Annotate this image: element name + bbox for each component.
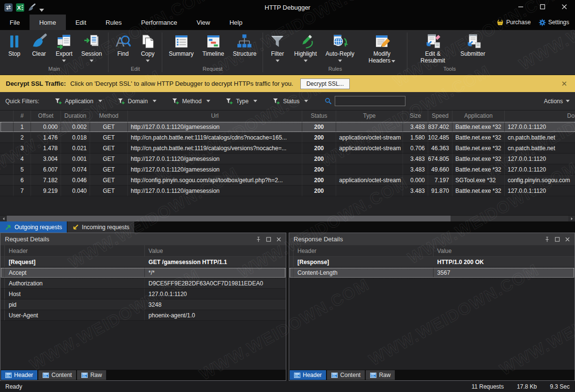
menu-edit[interactable]: Edit <box>66 15 96 30</box>
cell-status: 200 <box>302 164 336 175</box>
clear-button[interactable]: Clear <box>27 32 51 58</box>
column-header-type[interactable]: Type <box>336 110 403 121</box>
value-column[interactable]: Value <box>145 245 286 256</box>
header-row-host[interactable]: Host127.0.0.1:1120 <box>0 289 286 299</box>
request-row-1[interactable]: 10.0000.002GEThttp://127.0.0.1:1120/game… <box>0 122 575 132</box>
header-row-accept[interactable]: Accept*/* <box>0 267 286 278</box>
menu-view[interactable]: View <box>187 15 220 30</box>
modify-headers-button[interactable]: Modify Headers <box>358 32 405 64</box>
filter-application[interactable]: Application <box>55 97 102 105</box>
filter-type[interactable]: Type <box>226 97 257 105</box>
tab-raw[interactable]: Raw <box>366 370 395 380</box>
maximize-button[interactable] <box>531 0 553 15</box>
tab-header[interactable]: Header <box>290 370 326 380</box>
summary-button[interactable]: Summary <box>164 32 198 58</box>
column-header-duration[interactable]: Duration <box>61 110 90 121</box>
menu-rules[interactable]: Rules <box>96 15 131 30</box>
stop-button[interactable]: Stop <box>2 32 27 58</box>
request-row-2[interactable]: 21.4760.018GEThttp://cn.patch.battle.net… <box>0 132 575 143</box>
find-button[interactable]: AFind <box>110 32 135 58</box>
structure-button[interactable]: Structure <box>229 32 261 58</box>
basket-icon <box>497 19 504 26</box>
header-row-user-agent[interactable]: User-Agentphoenix-agent/1.0 <box>0 310 286 321</box>
tab-outgoing-requests[interactable]: Outgoing requests <box>0 221 67 233</box>
submitter-button[interactable]: Submitter <box>456 32 489 58</box>
tab-header[interactable]: Header <box>1 370 37 380</box>
header-row-authorization[interactable]: AuthorizationD9CE5FF9E2B2DF63A0CF7D19811… <box>0 278 286 289</box>
column-header-application[interactable]: Application <box>452 110 505 121</box>
request-row-6[interactable]: 67.1820.046GEThttp://config.pinyin.sogou… <box>0 175 575 186</box>
toolbar-chevron-icon[interactable] <box>39 5 44 9</box>
header-column[interactable]: Header <box>5 245 145 256</box>
filter-status[interactable]: Status <box>273 97 308 105</box>
column-header-icon[interactable] <box>0 110 14 121</box>
actions-button[interactable]: Actions <box>541 98 570 105</box>
panel-maximize-icon[interactable] <box>555 236 560 242</box>
request-row-4[interactable]: 43.0040.001GEThttp://127.0.0.1:1120/game… <box>0 154 575 164</box>
tab-content[interactable]: Content <box>38 370 76 380</box>
cell-domain: cn.patch.battle.net <box>505 132 575 143</box>
close-button[interactable] <box>553 0 575 15</box>
column-header-size[interactable]: Size <box>403 110 428 121</box>
purchase-button[interactable]: Purchase <box>497 19 531 26</box>
tab-incoming-requests[interactable]: Incoming requests <box>67 221 134 233</box>
request-row-5[interactable]: 56.0070.074GEThttp://127.0.0.1:1120/game… <box>0 164 575 175</box>
filter-method[interactable]: Method <box>172 97 210 105</box>
tab-content[interactable]: Content <box>327 370 365 380</box>
scrollbar-track[interactable] <box>7 216 568 221</box>
header-value: 127.0.0.1:1120 <box>145 289 286 299</box>
menu-file[interactable]: File <box>0 15 30 30</box>
tab-raw[interactable]: Raw <box>77 370 106 380</box>
header-column[interactable]: Header <box>294 245 434 256</box>
request-row-7[interactable]: 79.2190.040GEThttp://127.0.0.1:1120/game… <box>0 186 575 196</box>
pin-icon[interactable] <box>256 236 261 242</box>
panel-maximize-icon[interactable] <box>266 236 271 242</box>
header-row-request[interactable]: [Request]GET /gamesession HTTP/1.1 <box>0 257 286 267</box>
value-column[interactable]: Value <box>434 245 575 256</box>
column-header-offset[interactable]: Offset <box>31 110 61 121</box>
swap-arrows-icon[interactable] <box>4 3 13 12</box>
brush-icon[interactable] <box>28 3 36 12</box>
banner-close-icon[interactable]: ✕ <box>559 79 569 88</box>
export-button[interactable]: Export <box>51 32 77 62</box>
header-row-response[interactable]: [Response]HTTP/1.0 200 OK <box>289 257 575 267</box>
column-header-domain[interactable]: Domain <box>505 110 575 121</box>
decrypt-ssl-button[interactable]: Decrypt SSL... <box>300 78 349 89</box>
pin-icon[interactable] <box>544 236 550 242</box>
panel-buttons <box>256 236 281 242</box>
column-header-[interactable]: # <box>14 110 31 121</box>
settings-button[interactable]: Settings <box>539 19 569 26</box>
menu-performance[interactable]: Performance <box>131 15 186 30</box>
session-button[interactable]: Session <box>77 32 107 62</box>
header-row-content-length[interactable]: Content-Length3567 <box>289 267 575 278</box>
copy-button[interactable]: Copy <box>135 32 160 62</box>
panel-close-icon[interactable] <box>565 236 570 242</box>
filter-domain[interactable]: Domain <box>118 97 156 105</box>
menu-help[interactable]: Help <box>220 15 252 30</box>
scrollbar-thumb[interactable] <box>7 216 451 221</box>
header-value: GET /gamesession HTTP/1.1 <box>145 257 286 267</box>
column-header-url[interactable]: Url <box>128 110 302 121</box>
cell-method: GET <box>90 175 128 186</box>
timeline-button[interactable]: Timeline <box>198 32 229 58</box>
edit-resubmit-button[interactable]: Edit & Resubmit <box>409 32 456 64</box>
minimize-button[interactable] <box>510 0 531 15</box>
header-row-pid[interactable]: pid3248 <box>0 299 286 310</box>
menu-home[interactable]: Home <box>30 15 66 30</box>
auto-reply-button[interactable]: Auto-Reply <box>321 32 358 62</box>
filter-button[interactable]: Filter <box>265 32 290 62</box>
panel-buttons <box>544 236 570 242</box>
incoming-tab-label: Incoming requests <box>82 224 129 231</box>
scroll-left-arrow[interactable] <box>0 216 7 221</box>
scroll-right-arrow[interactable] <box>568 216 575 221</box>
column-header-speed[interactable]: Speed <box>428 110 452 121</box>
request-row-3[interactable]: 31.4780.021GEThttp://cn.patch.battle.net… <box>0 143 575 154</box>
excel-export-icon[interactable]: X <box>16 3 24 12</box>
column-header-status[interactable]: Status <box>302 110 336 121</box>
column-header-method[interactable]: Method <box>90 110 128 121</box>
cell-type: application/octet-stream <box>336 175 403 186</box>
copy-icon <box>140 33 155 49</box>
search-input[interactable] <box>335 96 405 106</box>
panel-close-icon[interactable] <box>276 236 281 242</box>
highlight-button[interactable]: Highlight <box>290 32 321 62</box>
